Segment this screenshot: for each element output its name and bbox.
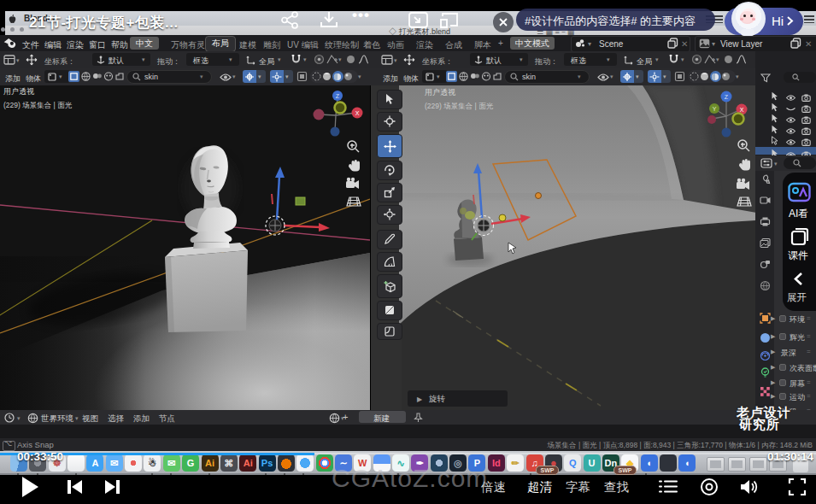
svg-text:X: X (355, 110, 360, 116)
svg-text:用户透视: 用户透视 (3, 87, 34, 96)
svg-text:旋转: 旋转 (429, 394, 446, 403)
svg-text:Z: Z (725, 94, 729, 100)
svg-text:(229) 场景集合 | 面光: (229) 场景集合 | 面光 (425, 102, 494, 110)
svg-text:(229) 场景集合 | 面光: (229) 场景集合 | 面光 (3, 101, 73, 109)
svg-text:Z: Z (336, 93, 340, 99)
svg-text:用户透视: 用户透视 (425, 88, 455, 97)
svg-text:X: X (740, 107, 744, 113)
svg-text:Y: Y (713, 106, 717, 112)
svg-text:▶: ▶ (417, 396, 423, 403)
